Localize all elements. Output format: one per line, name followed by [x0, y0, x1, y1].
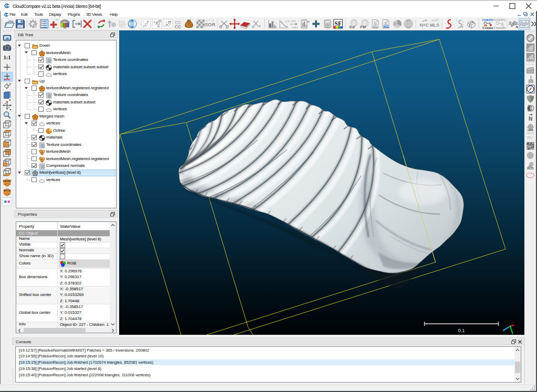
svg-text:CANUPO: CANUPO [494, 18, 506, 22]
svg-text:BACK: BACK [4, 189, 11, 192]
svg-text:SOR: SOR [205, 22, 216, 27]
svg-text:CSV: CSV [383, 25, 389, 28]
svg-text:CANUPO: CANUPO [482, 18, 493, 22]
svg-text:COL: COL [528, 48, 534, 51]
svg-text:SVM: SVM [373, 25, 379, 28]
svg-text:SF: SF [530, 107, 534, 110]
svg-text:X.Y.Z: X.Y.Z [527, 58, 534, 61]
svg-text:RGO: RGO [527, 167, 533, 170]
svg-text:max: max [292, 26, 298, 29]
svg-text:auto: auto [4, 78, 10, 81]
svg-text:N+C: N+C [419, 23, 428, 28]
svg-text:Classify: Classify [493, 26, 506, 30]
svg-text:min: min [291, 19, 296, 23]
svg-text:CC: CC [175, 24, 181, 29]
svg-text:p,d: p,d [285, 19, 289, 23]
svg-text:FRONT: FRONT [3, 180, 12, 183]
svg-text:FM: FM [360, 25, 366, 29]
svg-text:0.1: 0.1 [458, 328, 465, 333]
svg-text:N: N [529, 116, 532, 122]
svg-text:SF: SF [334, 20, 341, 27]
svg-text:1:1: 1:1 [4, 55, 10, 60]
svg-text:Create: Create [482, 26, 493, 30]
svg-text:Kd: Kd [350, 25, 355, 29]
svg-text:M3C2: M3C2 [527, 132, 534, 135]
svg-text:MLS: MLS [430, 23, 439, 28]
